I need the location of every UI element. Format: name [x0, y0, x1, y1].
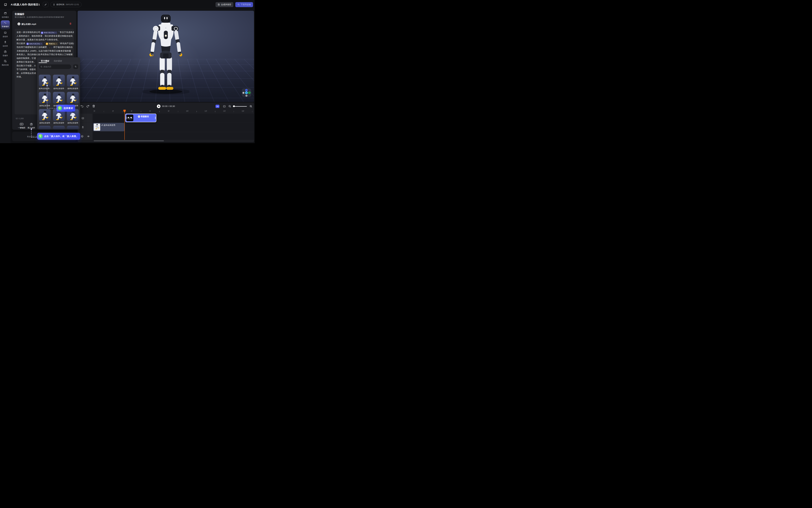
zoom-in-icon[interactable] — [249, 105, 252, 108]
material-card[interactable] — [53, 75, 65, 86]
material-card-partial[interactable] — [53, 126, 65, 129]
ruler-label: 8f — [168, 110, 169, 112]
editor-text: 「 — [58, 42, 60, 45]
timeline-zoom-slider[interactable] — [233, 106, 247, 107]
search-input[interactable]: 搜索内容 — [39, 65, 71, 69]
editor-line: 包括用于精密制造的工业机械臂、」」用于物流和仓储的自 — [16, 45, 72, 49]
speaker-icon[interactable] — [87, 135, 90, 138]
editor-text: 包括用于精密制造的工业机械臂、 — [16, 46, 49, 48]
tab-official-materials[interactable]: 官方素材 — [41, 59, 49, 62]
material-card-partial[interactable] — [67, 126, 79, 129]
save-time-badge: 保存时间 26/01/03 12:01 — [50, 2, 82, 7]
zoom-slider-knob[interactable] — [233, 105, 235, 107]
deploy-button[interactable]: 下发到设备 — [235, 2, 253, 7]
material-label: 超帅走路姿势 — [67, 87, 79, 90]
axis-x[interactable]: X — [248, 91, 251, 94]
material-grid: 超帅走路姿势...超帅走路姿势超帅走路姿势超帅走路姿势超帅走路姿势超帅走路姿势超… — [39, 75, 79, 126]
editor-text: 专注于先进机器 — [59, 31, 74, 34]
snap-link-button[interactable] — [215, 105, 219, 108]
rename-button[interactable] — [43, 2, 48, 7]
sidebar-item-label: 音频编排 — [1, 26, 10, 28]
tag-label: 弯腰(5s) — [49, 42, 55, 46]
step-1-tooltip: 1 点击「插入动作」或「插入表情」 — [37, 133, 80, 140]
ruler-label: 10f — [186, 110, 189, 112]
tag-label: 哈哈大笑(10s) — [44, 31, 54, 35]
material-label: 超帅走路姿势 — [67, 122, 79, 124]
sidebar-item-1[interactable]: 动作模仿 — [0, 12, 10, 18]
guide-line — [47, 86, 47, 108]
filter-button[interactable] — [73, 65, 78, 69]
close-icon[interactable]: × — [41, 42, 42, 46]
editor-text: 我们的使命是通过智能自动化 — [45, 35, 73, 37]
laugh-tag[interactable]: 哈哈大笑(10s)× — [26, 42, 43, 45]
delete-clip-icon[interactable] — [92, 104, 95, 108]
material-label: 超帅走路姿势... — [39, 87, 51, 90]
material-card[interactable] — [39, 109, 51, 121]
close-icon[interactable]: × — [55, 31, 56, 35]
axis-gizmo[interactable]: Z X Y — [242, 88, 251, 97]
frame-preview-button[interactable] — [222, 105, 226, 108]
axis-z[interactable]: Z — [245, 89, 248, 91]
editor-text: 样化的产品组合， — [60, 42, 74, 45]
undo-icon[interactable] — [80, 104, 84, 108]
editor-text: 「 — [57, 31, 59, 34]
editor-text: 效率执行复杂任务。 — [16, 61, 36, 63]
material-card[interactable] — [53, 92, 65, 104]
ruler-label: 12f — [204, 110, 207, 112]
timeline-scrollbar[interactable] — [94, 140, 164, 141]
star-person-icon — [46, 43, 48, 45]
axis-neg-z[interactable] — [245, 95, 247, 97]
sidebar-item-6[interactable]: 我的任务 — [0, 60, 10, 66]
laugh-tag[interactable]: 哈哈大笑(10s)× — [41, 31, 57, 34]
delete-audio-icon[interactable] — [69, 23, 72, 25]
sidebar-item-4[interactable]: 动作库 — [0, 41, 10, 47]
axis-neg-x[interactable] — [242, 92, 244, 94]
search-placeholder: 搜索内容 — [43, 66, 51, 68]
editor-line: 我们提供 哈哈大笑(10s)×「弯腰(5s)×「样化的产品组合， — [16, 42, 72, 45]
playhead-line[interactable] — [124, 112, 125, 140]
timeline-ruler[interactable]: 0f2f4f6f8f10f12f14f16f — [78, 110, 254, 114]
app-window: A1机器人动作-我的项目1 保存时间 26/01/03 12:01 合成并保存 … — [0, 0, 255, 143]
insert-motion-button[interactable]: 插入动作 — [28, 123, 35, 129]
material-cell: 超帅走路姿势 — [39, 109, 51, 126]
expression-clip[interactable]: 害羞微笑 — [125, 114, 156, 122]
3d-viewport[interactable]: Z X Y — [78, 11, 254, 102]
timeline-play-button[interactable] — [157, 104, 160, 108]
record-icon[interactable] — [81, 135, 83, 138]
step-2-tooltip: 2 选择素材 — [56, 105, 75, 112]
close-icon[interactable]: × — [56, 42, 57, 46]
sidebar-item-2[interactable]: 音频编排 — [1, 20, 10, 29]
clip-resize-handle-left[interactable] — [126, 117, 126, 119]
music-box-icon — [30, 123, 33, 126]
step-2-badge: 2 — [58, 106, 62, 110]
material-card[interactable] — [67, 75, 79, 86]
play-audio-button[interactable] — [17, 23, 20, 25]
zoom-out-icon[interactable] — [228, 105, 231, 108]
editor-line: 人系统的设计、制造和部署」我们的使命是通过智能自动化 — [16, 34, 72, 38]
clip-resize-handle-right[interactable] — [155, 117, 156, 119]
material-card[interactable] — [39, 75, 51, 86]
one-click-arrange-button[interactable]: 一键编排 — [18, 123, 25, 129]
editor-text: 人系统的设计、制造和部署 — [16, 35, 43, 37]
sidebar-item-label: 音频库 — [0, 54, 10, 57]
redo-icon[interactable] — [86, 104, 90, 108]
motion-clip[interactable]: 超帅走路姿势 — [93, 123, 124, 131]
sidebar-item-3[interactable]: 表情库 — [0, 31, 10, 38]
axis-y[interactable]: Y — [245, 91, 248, 94]
material-card[interactable] — [39, 92, 51, 104]
bend-tag[interactable]: 弯腰(5s)× — [45, 42, 58, 45]
sidebar: 动作模仿音频编排表情库动作库音频库我的任务 — [0, 9, 10, 143]
ruler-label: 0f — [94, 110, 95, 112]
material-card-partial[interactable] — [39, 126, 51, 129]
robot-face-icon — [27, 43, 29, 45]
panel-subtitle: 通过音频处理，生成音频素材以及融合动作和表情的音频编排素材 — [14, 16, 75, 18]
save-time-value: 26/01/03 12:01 — [66, 3, 79, 6]
editor-text: 环境。 — [16, 76, 23, 78]
merge-save-button[interactable]: 合成并保存 — [215, 2, 233, 7]
audio-file-name: 默认名称1.mp3 — [22, 23, 36, 26]
one-click-label: 一键编排 — [18, 127, 25, 129]
tab-my-materials[interactable]: 我的素材 — [54, 59, 62, 62]
material-card[interactable] — [67, 92, 79, 104]
sidebar-item-5[interactable]: 音频库 — [0, 50, 10, 57]
guide-line — [31, 137, 37, 137]
